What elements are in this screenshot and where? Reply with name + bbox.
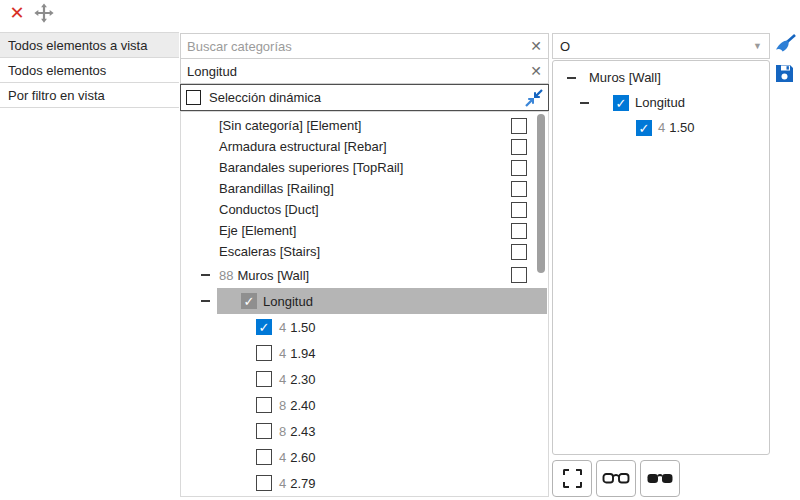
save-icon	[774, 63, 795, 84]
isolate-glasses-button[interactable]	[640, 460, 680, 497]
vertical-scrollbar[interactable]	[537, 114, 545, 273]
collapse-arrows-icon	[524, 88, 544, 108]
category-label: Armadura estructural [Rebar]	[219, 139, 387, 154]
category-row[interactable]: [Sin categoría] [Element]	[181, 115, 548, 136]
collapse-panel-icon[interactable]	[524, 88, 544, 108]
collapse-expander-icon[interactable]	[567, 77, 576, 79]
value-checkbox[interactable]	[256, 475, 272, 491]
tree-value-count: 4	[658, 120, 665, 135]
category-checkbox[interactable]	[511, 118, 527, 134]
category-checkbox[interactable]	[511, 244, 527, 260]
value-checkbox[interactable]	[256, 423, 272, 439]
category-checkbox[interactable]	[511, 267, 527, 283]
value-label: 1.94	[290, 346, 315, 361]
dynamic-selection-label: Selección dinámica	[209, 90, 321, 105]
mode-list: Todos elementos a vista Todos elementos …	[0, 32, 179, 108]
value-checkbox-checked[interactable]	[256, 319, 272, 335]
category-label: Barandillas [Railing]	[219, 181, 334, 196]
value-checkbox[interactable]	[256, 345, 272, 361]
parameter-filter-input[interactable]	[181, 64, 524, 79]
dynamic-selection-row: Selección dinámica	[180, 84, 549, 112]
value-count: 8	[279, 398, 286, 413]
category-row[interactable]: Barandillas [Railing]	[181, 178, 548, 199]
mode-item-by-filter-in-view[interactable]: Por filtro en vista	[0, 83, 179, 108]
value-row[interactable]: 4 2.79	[181, 470, 548, 496]
value-row[interactable]: 8 2.40	[181, 392, 548, 418]
clear-filter-icon[interactable]: ✕	[524, 63, 548, 79]
pick-selection-button[interactable]	[552, 460, 592, 497]
tree-category-row[interactable]: Muros [Wall]	[553, 65, 769, 90]
close-icon[interactable]: ✕	[7, 3, 27, 23]
parameter-label: Longitud	[263, 294, 313, 309]
mode-item-all-in-view[interactable]: Todos elementos a vista	[0, 33, 179, 58]
move-icon[interactable]	[33, 2, 55, 24]
chevron-down-icon: ▼	[753, 41, 762, 51]
glasses-outline-icon	[602, 471, 630, 486]
category-row[interactable]: Barandales superiores [TopRail]	[181, 157, 548, 178]
logic-operator-combobox[interactable]: O ▼	[552, 33, 770, 59]
category-row[interactable]: Conductos [Duct]	[181, 199, 548, 220]
mode-item-all-elements[interactable]: Todos elementos	[0, 58, 179, 83]
collapse-expander-icon[interactable]	[580, 102, 589, 104]
selection-marquee-icon	[563, 469, 582, 488]
parameter-checkbox[interactable]	[241, 293, 257, 309]
category-count: 88	[219, 268, 233, 283]
category-label: Conductos [Duct]	[219, 202, 319, 217]
collapse-expander-icon[interactable]	[201, 300, 210, 302]
selected-row-highlight[interactable]: Longitud	[217, 288, 547, 314]
save-selection-button[interactable]	[774, 63, 798, 87]
category-row-expanded[interactable]: 88 Muros [Wall]	[181, 262, 548, 288]
value-count: 4	[279, 476, 286, 491]
tree-value-row[interactable]: 4 1.50	[553, 115, 769, 140]
category-checkbox[interactable]	[511, 181, 527, 197]
category-row[interactable]: Eje [Element]	[181, 220, 548, 241]
value-count: 4	[279, 372, 286, 387]
category-checkbox[interactable]	[511, 139, 527, 155]
value-row[interactable]: 8 2.43	[181, 418, 548, 444]
value-checkbox[interactable]	[256, 449, 272, 465]
glasses-filled-icon	[646, 471, 674, 486]
category-label: Barandales superiores [TopRail]	[219, 160, 403, 175]
tree-value-checkbox[interactable]	[636, 120, 652, 136]
value-label: 2.60	[290, 450, 315, 465]
category-search-input[interactable]	[181, 39, 524, 54]
value-count: 8	[279, 424, 286, 439]
category-row[interactable]: Armadura estructural [Rebar]	[181, 136, 548, 157]
category-checkbox[interactable]	[511, 202, 527, 218]
value-checkbox[interactable]	[256, 397, 272, 413]
category-label: Muros [Wall]	[237, 268, 309, 283]
category-label: [Sin categoría] [Element]	[219, 118, 361, 133]
value-label: 2.40	[290, 398, 315, 413]
tree-parameter-row[interactable]: Longitud	[553, 90, 769, 115]
tree-category-label: Muros [Wall]	[589, 70, 661, 85]
value-row[interactable]: 4 2.30	[181, 366, 548, 392]
brush-icon	[773, 33, 797, 57]
value-count: 4	[279, 346, 286, 361]
parameter-filter-field: ✕	[180, 58, 549, 84]
clear-search-icon[interactable]: ✕	[524, 38, 548, 54]
category-checkbox[interactable]	[511, 160, 527, 176]
category-label: Eje [Element]	[219, 223, 296, 238]
value-row[interactable]: 4 1.50	[181, 314, 548, 340]
tree-value-label: 1.50	[669, 120, 694, 135]
dynamic-selection-checkbox[interactable]	[186, 90, 201, 105]
value-row[interactable]: 4 2.60	[181, 444, 548, 470]
category-checkbox[interactable]	[511, 223, 527, 239]
category-search-field: ✕	[180, 33, 549, 59]
parameter-row-selected[interactable]: Longitud	[181, 288, 548, 314]
clear-selection-brush-button[interactable]	[773, 33, 797, 57]
collapse-expander-icon[interactable]	[201, 274, 210, 276]
value-label: 2.43	[290, 424, 315, 439]
category-list-panel: [Sin categoría] [Element] Armadura estru…	[180, 111, 549, 497]
value-count: 4	[279, 320, 286, 335]
value-label: 1.50	[290, 320, 315, 335]
tree-parameter-label: Longitud	[635, 95, 685, 110]
category-row[interactable]: Escaleras [Stairs]	[181, 241, 548, 262]
preview-glasses-button[interactable]	[596, 460, 636, 497]
tree-parameter-checkbox[interactable]	[613, 95, 629, 111]
value-row[interactable]: 4 1.94	[181, 340, 548, 366]
value-label: 2.79	[290, 476, 315, 491]
value-count: 4	[279, 450, 286, 465]
category-label: Escaleras [Stairs]	[219, 244, 320, 259]
value-checkbox[interactable]	[256, 371, 272, 387]
